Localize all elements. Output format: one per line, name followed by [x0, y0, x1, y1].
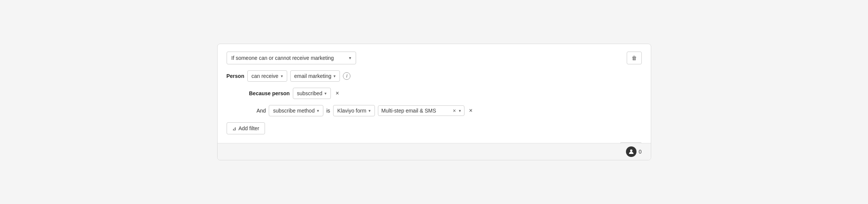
main-condition-dropdown[interactable]: If someone can or cannot receive marketi…: [227, 52, 356, 64]
subscribed-chevron: ▾: [324, 91, 327, 96]
can-receive-chevron: ▾: [281, 74, 283, 79]
add-filter-row: ⊿ Add filter: [227, 122, 642, 134]
because-row: Because person subscribed ▾ ×: [227, 88, 642, 99]
email-marketing-dropdown[interactable]: email marketing ▾: [290, 70, 340, 82]
subscribe-method-dropdown[interactable]: subscribe method ▾: [269, 105, 323, 116]
delete-button[interactable]: 🗑: [627, 52, 642, 64]
bottom-bar: 0: [218, 143, 651, 160]
main-condition-row: If someone can or cannot receive marketi…: [227, 52, 642, 64]
add-filter-icon: ⊿: [232, 126, 236, 131]
can-receive-label: can receive: [251, 73, 279, 79]
trash-icon: 🗑: [632, 55, 637, 61]
can-receive-dropdown[interactable]: can receive ▾: [247, 70, 287, 82]
and-close-button[interactable]: ×: [468, 107, 474, 115]
because-label: Because person: [249, 90, 290, 96]
is-label: is: [326, 108, 330, 114]
multi-step-select[interactable]: Multi-step email & SMS × ▾: [378, 105, 464, 116]
and-label: And: [257, 108, 266, 114]
subscribe-method-chevron: ▾: [317, 108, 319, 113]
svg-point-0: [630, 149, 632, 152]
info-icon[interactable]: i: [343, 72, 350, 80]
subscribe-method-label: subscribe method: [273, 108, 315, 114]
main-condition-chevron: ▾: [349, 55, 351, 61]
count-label: 0: [639, 149, 642, 155]
person-row: Person can receive ▾ email marketing ▾ i: [227, 70, 642, 82]
email-marketing-label: email marketing: [294, 73, 332, 79]
add-filter-button[interactable]: ⊿ Add filter: [227, 122, 265, 134]
multi-step-label: Multi-step email & SMS: [381, 108, 450, 114]
multi-step-close-icon[interactable]: ×: [453, 108, 456, 114]
because-close-button[interactable]: ×: [334, 89, 340, 97]
person-label: Person: [227, 73, 244, 79]
multi-step-chevron: ▾: [459, 108, 461, 113]
subscribed-label: subscribed: [297, 90, 323, 96]
klaviyo-form-dropdown[interactable]: Klaviyo form ▾: [333, 105, 375, 116]
condition-block: If someone can or cannot receive marketi…: [217, 44, 651, 160]
user-icon: [626, 146, 637, 157]
add-filter-label: Add filter: [239, 125, 259, 131]
main-condition-label: If someone can or cannot receive marketi…: [231, 55, 334, 61]
klaviyo-form-chevron: ▾: [369, 108, 371, 113]
klaviyo-form-label: Klaviyo form: [337, 108, 366, 114]
email-marketing-chevron: ▾: [333, 74, 336, 79]
subscribed-dropdown[interactable]: subscribed ▾: [293, 88, 331, 99]
and-row: And subscribe method ▾ is Klaviyo form ▾…: [227, 105, 642, 116]
